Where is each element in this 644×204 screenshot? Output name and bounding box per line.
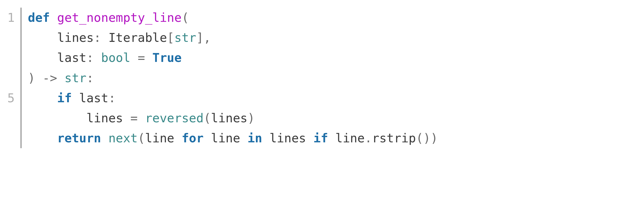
code-line: def get_nonempty_line( <box>28 8 438 28</box>
token-nm: lines <box>211 111 248 125</box>
token-sp <box>240 131 248 145</box>
token-ty: bool <box>101 50 130 65</box>
token-sp <box>35 71 43 85</box>
code-line: lines: Iterable[str], <box>28 28 438 48</box>
token-nm: lines <box>57 30 94 45</box>
token-sp <box>28 50 57 65</box>
token-pun: ( <box>182 10 189 25</box>
token-sp <box>306 131 313 145</box>
token-sp <box>123 111 130 125</box>
token-sp <box>57 71 65 85</box>
code-line: if last: <box>28 88 438 108</box>
token-kw: def <box>28 10 50 25</box>
token-nm: line <box>211 131 240 145</box>
token-kw: for <box>182 131 204 145</box>
token-kw: if <box>313 131 328 145</box>
code-block: def get_nonempty_line( lines: Iterable[s… <box>28 8 438 148</box>
token-sp <box>145 50 152 65</box>
token-sp <box>328 131 335 145</box>
token-pun: ()) <box>416 131 438 145</box>
token-pun: [ <box>167 30 174 45</box>
token-nm: line <box>335 131 365 145</box>
line-number-gutter: 1 5 <box>5 8 20 148</box>
token-nm: last <box>57 50 87 65</box>
token-pun: : <box>86 71 94 85</box>
token-op: = <box>130 111 138 125</box>
gutter-rule <box>20 8 22 148</box>
token-pun: : <box>94 30 108 45</box>
code-line: return next(line for line in lines if li… <box>28 128 438 148</box>
token-sp <box>174 131 182 145</box>
token-kw: return <box>57 131 101 145</box>
token-pun: ) <box>248 111 255 125</box>
token-pun: ] <box>196 30 204 45</box>
token-sp <box>101 131 108 145</box>
token-sp <box>204 131 211 145</box>
token-ty: str <box>65 71 87 85</box>
token-sp <box>138 111 145 125</box>
token-sp <box>28 30 57 45</box>
code-line: lines = reversed(lines) <box>28 108 438 128</box>
token-sp <box>28 111 86 125</box>
token-sp <box>262 131 270 145</box>
token-pun: ( <box>138 131 145 145</box>
line-number: 1 <box>5 8 15 28</box>
token-nm: Iterable <box>108 30 167 45</box>
code-line: ) -> str: <box>28 68 438 88</box>
token-sp <box>50 10 57 25</box>
token-op: = <box>138 50 145 65</box>
token-pun: , <box>204 30 211 45</box>
token-sp <box>28 131 57 145</box>
token-pun: ( <box>204 111 211 125</box>
token-pun: ) <box>28 71 35 85</box>
token-ty: reversed <box>145 111 203 125</box>
token-op: -> <box>43 71 57 85</box>
token-kw: in <box>248 131 262 145</box>
token-sp <box>72 91 79 105</box>
token-nm: rstrip <box>372 131 416 145</box>
token-ty: str <box>174 30 196 45</box>
token-nm: line <box>145 131 174 145</box>
token-pun: : <box>86 50 101 65</box>
token-ty: next <box>108 131 138 145</box>
token-sp <box>28 91 57 105</box>
token-nm: last <box>79 91 108 105</box>
token-pun: . <box>365 131 372 145</box>
line-number: 5 <box>5 88 15 108</box>
token-kw: if <box>57 91 72 105</box>
token-fn: get_nonempty_line <box>57 10 182 25</box>
token-sp <box>130 50 138 65</box>
token-nm: lines <box>270 131 306 145</box>
token-nm: lines <box>86 111 123 125</box>
token-const: True <box>152 50 182 65</box>
token-pun: : <box>108 91 116 105</box>
code-line: last: bool = True <box>28 48 438 68</box>
